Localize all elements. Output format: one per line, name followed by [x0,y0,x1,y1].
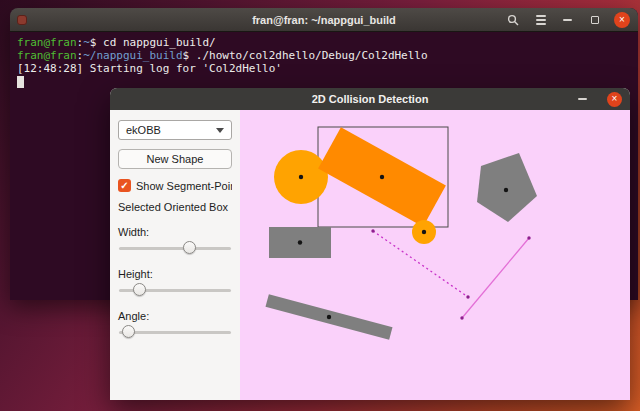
shape-center-dot [504,188,508,192]
slider-thumb[interactable] [133,283,146,296]
desktop: fran@fran: ~/nappgui_build × fran@fran:~… [0,0,640,411]
minimize-icon [563,19,572,21]
terminal-line: fran@fran:~$ cd nappgui_build/ [17,36,631,49]
app-window-controls: × [575,88,622,110]
terminal-window-controls: × [506,8,630,32]
shape-center-dot [422,230,426,234]
shape-type-dropdown-value: ekOBB [126,124,161,136]
slider-label-height: Height: [118,268,232,280]
shape-center-dot [327,315,331,319]
show-distance-checkbox-label: Show Segment-Point distance [136,180,232,192]
slider-thumb[interactable] [183,241,196,254]
checkbox-checked-icon[interactable]: ✓ [118,179,131,192]
slider-height[interactable] [118,283,232,297]
slider-track[interactable] [119,247,231,250]
segment-endpoint-dot[interactable] [466,295,469,298]
maximize-icon [591,16,599,24]
segment-endpoint-dot[interactable] [460,316,463,319]
segment-shape[interactable] [462,238,529,318]
app-content: ekOBB New Shape ✓ Show Segment-Point dis… [110,110,630,400]
app-title: 2D Collision Detection [110,88,630,110]
new-shape-button[interactable]: New Shape [118,149,232,169]
slider-width[interactable] [118,241,232,255]
app-minimize-button[interactable] [575,92,590,107]
minimize-icon [578,98,587,100]
slider-track[interactable] [119,331,231,334]
shape-center-dot [380,175,384,179]
terminal-line: fran@fran:~/nappgui_build$ ./howto/col2d… [17,49,631,62]
segment-endpoint-dot[interactable] [371,229,374,232]
slider-label-width: Width: [118,226,232,238]
terminal-output[interactable]: fran@fran:~$ cd nappgui_build/fran@fran:… [10,32,638,92]
app-titlebar[interactable]: 2D Collision Detection × [110,88,630,110]
selected-shape-label: Selected Oriented Box [118,201,232,213]
terminal-cursor [17,76,24,88]
slider-thumb[interactable] [122,325,135,338]
show-distance-checkbox-row[interactable]: ✓ Show Segment-Point distance [118,179,232,192]
gray-pentagon[interactable] [477,153,537,222]
collision-canvas[interactable] [240,110,630,400]
slider-label-angle: Angle: [118,310,232,322]
slider-angle[interactable] [118,325,232,339]
shape-type-dropdown[interactable]: ekOBB [118,120,232,140]
slider-controls: Width:Height:Angle: [118,226,232,339]
sidebar: ekOBB New Shape ✓ Show Segment-Point dis… [110,110,240,400]
terminal-titlebar[interactable]: fran@fran: ~/nappgui_build × [10,8,638,32]
shape-center-dot [299,175,303,179]
minimize-button[interactable] [560,13,575,28]
app-close-button[interactable]: × [607,92,622,107]
hamburger-menu-icon[interactable] [533,13,548,28]
chevron-down-icon [216,128,224,133]
segment-endpoint-dot[interactable] [527,236,530,239]
collision-app-window: 2D Collision Detection × ekOBB New Shape… [110,88,630,400]
shape-center-dot [298,240,302,244]
terminal-line: [12:48:28] Starting log for 'Col2dHello' [17,62,631,75]
close-button[interactable]: × [614,12,630,28]
maximize-button[interactable] [587,13,602,28]
search-icon[interactable] [506,13,521,28]
